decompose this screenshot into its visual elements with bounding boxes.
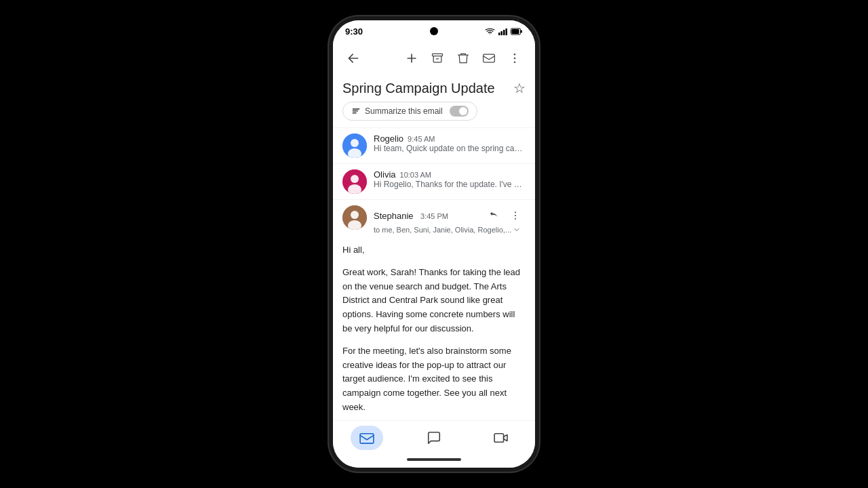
svg-point-22 bbox=[351, 211, 359, 219]
avatar-stephanie bbox=[342, 205, 367, 230]
email-body-p2: Great work, Sarah! Thanks for taking the… bbox=[342, 266, 526, 336]
svg-point-19 bbox=[351, 175, 359, 183]
archive-button[interactable] bbox=[425, 46, 450, 70]
svg-rect-13 bbox=[353, 110, 358, 112]
svg-point-24 bbox=[515, 211, 516, 213]
svg-rect-1 bbox=[501, 31, 503, 35]
thread-info-rogelio: Rogelio 9:45 AM Hi team, Quick update on… bbox=[374, 134, 526, 153]
delete-button[interactable] bbox=[451, 46, 475, 70]
thread-preview-rogelio: Hi team, Quick update on the spring camp… bbox=[374, 144, 526, 153]
phone-frame: 9:30 bbox=[329, 16, 539, 472]
expanded-to: to me, Ben, Suni, Janie, Olivia, Rogelio… bbox=[374, 226, 526, 234]
back-button[interactable] bbox=[341, 46, 366, 70]
email-body: Hi all, Great work, Sarah! Thanks for ta… bbox=[342, 241, 526, 420]
nav-mail-button[interactable] bbox=[351, 426, 383, 450]
thread-time-rogelio: 9:45 AM bbox=[408, 135, 435, 143]
svg-rect-27 bbox=[360, 433, 374, 443]
content-area: Spring Campaign Update ☆ Summarize this … bbox=[333, 75, 535, 420]
svg-rect-28 bbox=[494, 433, 504, 442]
reply-inline-button[interactable] bbox=[484, 205, 504, 226]
thread-sender-rogelio: Rogelio bbox=[374, 134, 403, 144]
svg-point-11 bbox=[514, 62, 516, 64]
svg-rect-12 bbox=[353, 108, 360, 110]
more-inline-button[interactable] bbox=[505, 205, 526, 226]
status-time: 9:30 bbox=[345, 26, 363, 37]
thread-preview-olivia: Hi Rogelio, Thanks for the update. I've … bbox=[374, 180, 526, 189]
home-indicator bbox=[407, 458, 461, 461]
expanded-header: Stephanie 3:45 PM bbox=[342, 205, 526, 234]
svg-point-25 bbox=[515, 215, 516, 216]
star-button[interactable]: ☆ bbox=[513, 80, 526, 96]
status-bar: 9:30 bbox=[333, 20, 535, 42]
svg-rect-14 bbox=[353, 113, 357, 114]
svg-rect-2 bbox=[503, 30, 505, 35]
nav-meet-icon bbox=[494, 432, 509, 444]
svg-point-9 bbox=[514, 54, 516, 56]
thread-item-olivia[interactable]: Olivia 10:03 AM Hi Rogelio, Thanks for t… bbox=[333, 163, 535, 199]
email-body-p3: For the meeting, let's also brainstorm s… bbox=[342, 344, 526, 415]
expanded-sender: Stephanie bbox=[374, 211, 414, 221]
summarize-pill[interactable]: Summarize this email bbox=[342, 102, 477, 121]
svg-rect-7 bbox=[433, 54, 443, 56]
expand-chevron-icon[interactable] bbox=[513, 226, 521, 234]
nav-meet-button[interactable] bbox=[485, 426, 517, 450]
add-button[interactable] bbox=[399, 46, 424, 70]
bottom-nav bbox=[333, 420, 535, 458]
svg-point-10 bbox=[514, 58, 516, 60]
svg-rect-6 bbox=[512, 29, 519, 34]
svg-point-16 bbox=[351, 139, 359, 147]
thread-sender-olivia: Olivia bbox=[374, 169, 396, 180]
expanded-time: 3:45 PM bbox=[420, 212, 448, 220]
signal-icon bbox=[498, 28, 507, 35]
svg-rect-3 bbox=[506, 28, 508, 35]
mail-action-button[interactable] bbox=[477, 46, 501, 70]
svg-point-26 bbox=[515, 218, 516, 220]
summarize-label: Summarize this email bbox=[365, 106, 443, 116]
summarize-toggle[interactable] bbox=[450, 106, 469, 117]
thread-item-rogelio[interactable]: Rogelio 9:45 AM Hi team, Quick update on… bbox=[333, 127, 535, 163]
summarize-row: Summarize this email bbox=[333, 102, 535, 127]
status-icons bbox=[485, 28, 523, 35]
svg-rect-5 bbox=[521, 30, 522, 33]
subject-row: Spring Campaign Update ☆ bbox=[333, 75, 535, 102]
wifi-icon bbox=[485, 28, 495, 35]
summarize-icon bbox=[351, 106, 361, 116]
nav-mail-icon bbox=[359, 432, 374, 444]
thread-info-olivia: Olivia 10:03 AM Hi Rogelio, Thanks for t… bbox=[374, 169, 526, 189]
svg-rect-8 bbox=[484, 54, 495, 62]
phone-screen: 9:30 bbox=[333, 20, 535, 468]
nav-chat-icon bbox=[427, 430, 441, 445]
thread-time-olivia: 10:03 AM bbox=[400, 171, 431, 179]
expanded-header-actions bbox=[484, 205, 526, 226]
expanded-info: Stephanie 3:45 PM bbox=[374, 205, 526, 234]
email-body-p1: Hi all, bbox=[342, 243, 526, 258]
avatar-rogelio bbox=[342, 134, 367, 158]
subject-title: Spring Campaign Update bbox=[342, 81, 495, 96]
battery-icon bbox=[511, 28, 523, 35]
svg-rect-0 bbox=[498, 33, 500, 35]
avatar-olivia bbox=[342, 169, 367, 194]
more-button[interactable] bbox=[502, 46, 527, 70]
expanded-email-stephanie: Stephanie 3:45 PM bbox=[333, 199, 535, 420]
camera-notch bbox=[430, 27, 438, 35]
toolbar bbox=[333, 42, 535, 75]
nav-chat-button[interactable] bbox=[418, 426, 450, 450]
